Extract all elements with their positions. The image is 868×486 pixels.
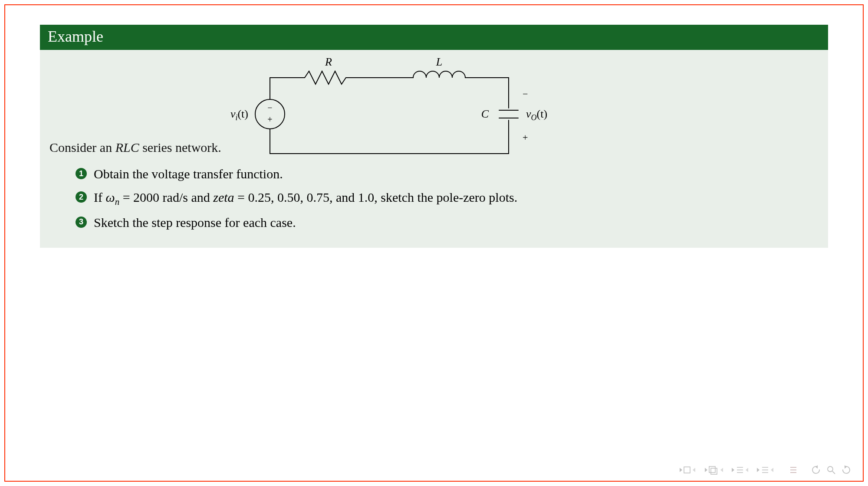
source-plus: +	[267, 115, 272, 124]
svg-rect-4	[709, 466, 715, 473]
nav-search-icon[interactable]	[826, 465, 836, 475]
svg-rect-5	[711, 468, 717, 474]
item-3-text: Sketch the step response for each case.	[94, 212, 296, 233]
intro-rlc: RLC	[115, 140, 139, 154]
item-number-1: 1	[76, 168, 87, 179]
nav-slide-group[interactable]	[679, 465, 699, 475]
capacitor-label: C	[481, 108, 489, 120]
intro-suffix: series network.	[139, 140, 221, 154]
nav-subsection-group[interactable]	[731, 465, 751, 475]
beamer-nav-footer	[679, 465, 851, 475]
example-block-body: R L C − + vi(t) − + vO(t)	[40, 50, 828, 248]
vin-label: vi(t)	[230, 108, 248, 122]
nav-frame-group[interactable]	[704, 465, 726, 475]
item-number-3: 3	[76, 217, 87, 228]
list-item: 3 Sketch the step response for each case…	[76, 212, 819, 233]
svg-point-15	[828, 466, 833, 472]
svg-rect-3	[684, 467, 690, 473]
slide-content: Example	[40, 25, 828, 248]
list-item: 2 If ωn = 2000 rad/s and zeta = 0.25, 0.…	[76, 187, 819, 210]
nav-outline-icon[interactable]	[789, 465, 799, 475]
nav-forward-icon[interactable]	[841, 465, 851, 475]
page-border: Example	[4, 4, 864, 482]
item-2-text: If ωn = 2000 rad/s and zeta = 0.25, 0.50…	[94, 187, 517, 210]
enumerate-list: 1 Obtain the voltage transfer function. …	[76, 164, 819, 233]
source-minus: −	[267, 103, 272, 112]
vout-label: vO(t)	[526, 108, 547, 122]
cap-plus: +	[523, 132, 528, 143]
nav-back-icon[interactable]	[812, 465, 821, 475]
rlc-circuit-diagram: R L C − + vi(t) − + vO(t)	[222, 56, 552, 169]
item-number-2: 2	[76, 191, 87, 203]
example-block-title: Example	[40, 25, 828, 50]
circuit-svg: R L C − + vi(t) − + vO(t)	[222, 56, 552, 169]
resistor-label: R	[325, 56, 332, 68]
block-title-text: Example	[48, 28, 103, 45]
svg-line-16	[832, 471, 835, 474]
inductor-label: L	[436, 56, 442, 68]
nav-section-group[interactable]	[756, 465, 776, 475]
cap-minus: −	[523, 89, 528, 99]
intro-prefix: Consider an	[49, 140, 115, 154]
